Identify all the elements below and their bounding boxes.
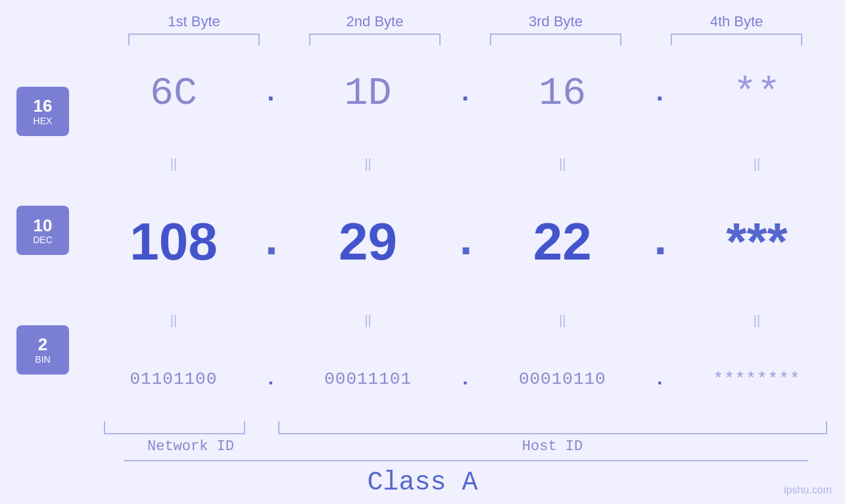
hex-dot2-val: . xyxy=(457,79,473,108)
values-grid: 6C . 1D . 16 . ** xyxy=(85,45,845,416)
id-labels: Network ID Host ID xyxy=(104,438,827,455)
byte-headers: 1st Byte 2nd Byte 3rd Byte 4th Byte xyxy=(104,13,827,30)
bin-bottom-brackets xyxy=(104,416,827,434)
network-id-container: Network ID xyxy=(104,438,278,455)
dec-b4: *** xyxy=(726,212,787,271)
dec-b3-cell: 22 xyxy=(496,212,628,272)
bin-dot2-val: . xyxy=(459,368,471,390)
bin-b1: 01101100 xyxy=(130,369,218,389)
bin-row: 01101100 . 00011101 . 00010110 . xyxy=(99,368,832,390)
dec-b4-cell: *** xyxy=(691,212,823,272)
eq2-b1: || xyxy=(108,313,239,328)
bin-badge: 2 BIN xyxy=(16,325,69,375)
dec-b1-cell: 108 xyxy=(108,212,239,272)
hex-row: 6C . 1D . 16 . ** xyxy=(99,71,832,116)
hex-b1: 6C xyxy=(150,71,197,116)
dec-b2: 29 xyxy=(339,212,397,271)
eq1-b3: || xyxy=(496,156,628,172)
hex-name: HEX xyxy=(34,116,53,126)
content-area: 16 HEX 10 DEC 2 BIN 6C . xyxy=(0,45,845,416)
bin-dot2: . xyxy=(452,368,478,390)
dec-dot2-val: . xyxy=(452,216,479,268)
watermark: ipshu.com xyxy=(784,484,832,496)
hex-num: 16 xyxy=(34,97,53,116)
full-bottom-line xyxy=(124,460,808,461)
byte1-label: 1st Byte xyxy=(128,13,260,30)
hex-dot1: . xyxy=(258,79,284,108)
dec-dot1-val: . xyxy=(258,216,285,268)
bin-dot1-val: . xyxy=(265,368,277,390)
dec-b2-cell: 29 xyxy=(302,212,434,272)
hex-badge: 16 HEX xyxy=(16,87,69,136)
eq1-b4: || xyxy=(691,156,823,172)
hex-b1-cell: 6C xyxy=(108,71,239,116)
base-labels: 16 HEX 10 DEC 2 BIN xyxy=(0,45,85,416)
bracket-top-2 xyxy=(309,34,441,45)
top-brackets xyxy=(104,34,827,45)
bin-dot3: . xyxy=(646,368,673,390)
class-label: Class A xyxy=(367,468,477,497)
bin-b4-cell: ******** xyxy=(691,369,823,389)
dec-b1: 108 xyxy=(130,212,217,271)
dec-dot1: . xyxy=(258,216,284,268)
bracket-top-4 xyxy=(671,34,802,45)
bin-b2: 00011101 xyxy=(324,369,412,389)
class-label-row: Class A xyxy=(0,468,845,504)
eq2-b2: || xyxy=(302,313,434,328)
bin-b3: 00010110 xyxy=(519,369,606,389)
byte4-label: 4th Byte xyxy=(671,13,802,30)
bin-dot3-val: . xyxy=(654,368,665,390)
eq1-b1: || xyxy=(108,156,239,172)
hex-dot3-val: . xyxy=(652,79,667,108)
byte3-label: 3rd Byte xyxy=(490,13,621,30)
eq1-b2: || xyxy=(302,156,434,172)
dec-row: 108 . 29 . 22 . *** xyxy=(99,212,832,272)
bin-b3-cell: 00010110 xyxy=(496,369,628,389)
network-id-label: Network ID xyxy=(147,438,234,455)
dec-dot3: . xyxy=(646,216,673,268)
hex-dot1-val: . xyxy=(263,79,279,108)
bin-b2-cell: 00011101 xyxy=(302,369,434,389)
hex-b4-cell: ** xyxy=(691,71,823,116)
equals-row-hex-dec: || || || || xyxy=(99,154,832,173)
bin-b1-cell: 01101100 xyxy=(108,369,239,389)
hex-b2-cell: 1D xyxy=(302,71,434,116)
dec-badge: 10 DEC xyxy=(16,206,69,255)
hex-b3: 16 xyxy=(539,71,586,116)
bracket-top-3 xyxy=(490,34,621,45)
dec-dot2: . xyxy=(452,216,478,268)
equals-row-dec-bin: || || || || xyxy=(99,310,832,330)
bin-name: BIN xyxy=(35,354,50,365)
eq2-b4: || xyxy=(691,313,823,328)
hex-dot3: . xyxy=(646,79,673,108)
bin-num: 2 xyxy=(38,335,47,354)
hex-b4: ** xyxy=(733,71,781,116)
bin-b4: ******** xyxy=(713,369,801,389)
bin-dot1: . xyxy=(258,368,284,390)
bracket-bin-host xyxy=(278,421,827,434)
bracket-top-1 xyxy=(128,34,260,45)
host-id-label: Host ID xyxy=(522,438,583,455)
hex-b3-cell: 16 xyxy=(496,71,628,116)
hex-dot2: . xyxy=(452,79,478,108)
hex-b2: 1D xyxy=(345,71,392,116)
byte2-label: 2nd Byte xyxy=(309,13,441,30)
dec-b3: 22 xyxy=(533,212,592,271)
dec-name: DEC xyxy=(33,235,53,245)
eq2-b3: || xyxy=(496,313,628,328)
dec-num: 10 xyxy=(34,216,53,235)
main-container: 1st Byte 2nd Byte 3rd Byte 4th Byte 16 H… xyxy=(0,0,845,504)
bracket-bin-network xyxy=(104,421,245,434)
host-id-container: Host ID xyxy=(278,438,827,455)
dec-dot3-val: . xyxy=(646,216,674,268)
